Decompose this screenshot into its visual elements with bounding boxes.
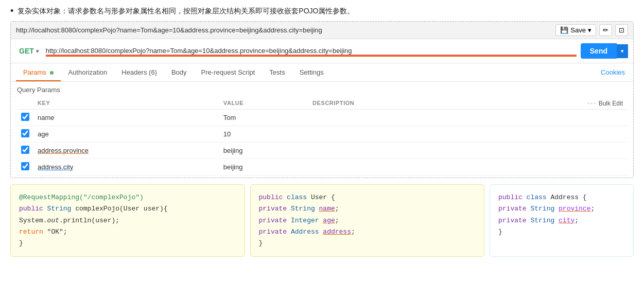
param-description xyxy=(308,143,465,159)
edit-button[interactable]: ✏ xyxy=(599,24,612,36)
tab-body[interactable]: Body xyxy=(164,63,194,81)
code-line: } xyxy=(19,238,236,249)
code-token: private xyxy=(498,205,530,213)
code-token: complexPojo(User user){ xyxy=(75,205,167,213)
param-value: Tom xyxy=(223,114,236,121)
code-token: User { xyxy=(311,194,335,201)
code-line: public String complexPojo(User user){ xyxy=(19,203,236,215)
code-token: private xyxy=(498,217,530,224)
code-line: @RequestMapping("/complexPojo") xyxy=(19,192,236,203)
params-dot xyxy=(50,71,54,75)
tab-params[interactable]: Params xyxy=(16,63,61,81)
code-token: address xyxy=(323,228,351,236)
url-input[interactable] xyxy=(46,46,577,56)
code-token: public xyxy=(259,194,287,201)
code-token: name xyxy=(319,205,335,213)
method-chevron-icon: ▾ xyxy=(36,48,39,54)
code-line: private String province; xyxy=(498,203,625,215)
cookies-link[interactable]: Cookies xyxy=(598,63,628,81)
code-token: String xyxy=(530,205,559,213)
row-checkbox[interactable] xyxy=(21,129,29,137)
col-key: KEY xyxy=(33,97,219,110)
code-token: ; xyxy=(335,217,339,224)
param-description xyxy=(308,110,465,126)
col-description: DESCRIPTION xyxy=(308,97,465,110)
code-token: private xyxy=(259,217,291,224)
code-line: private Integer age; xyxy=(259,215,476,226)
code-token: ; xyxy=(575,217,579,224)
code-token: Address { xyxy=(550,194,586,201)
code-token: ; xyxy=(335,205,339,213)
tab-authorization-label: Authorization xyxy=(68,68,107,76)
code-token: String xyxy=(530,217,559,224)
code-token: ; xyxy=(351,228,355,236)
param-description xyxy=(308,159,465,175)
request-bar: GET ▾ Send ▾ xyxy=(11,39,633,63)
code-token: "OK"; xyxy=(43,228,67,236)
code-token: return xyxy=(19,228,43,236)
save-icon: 💾 xyxy=(560,26,568,34)
tab-authorization[interactable]: Authorization xyxy=(61,63,114,81)
tab-prerequest-label: Pre-request Script xyxy=(201,68,255,76)
code-panel-user: public class User { private String name;… xyxy=(250,184,485,256)
titlebar-url: http://localhost:8080/complexPojo?name=T… xyxy=(16,26,555,34)
row-checkbox[interactable] xyxy=(21,162,29,170)
code-line: public class User { xyxy=(259,192,476,203)
code-token: private xyxy=(259,228,291,236)
param-description xyxy=(308,126,465,143)
code-token: province xyxy=(559,205,590,213)
param-key: name xyxy=(38,114,55,121)
send-button[interactable]: Send xyxy=(581,43,617,59)
copy-button[interactable]: ⊡ xyxy=(615,24,628,36)
code-token: class xyxy=(287,194,311,201)
tab-tests[interactable]: Tests xyxy=(262,63,292,81)
tab-params-label: Params xyxy=(23,68,46,76)
param-key: address.city xyxy=(38,163,73,171)
params-section: Query Params KEY VALUE DESCRIPTION ··· B… xyxy=(11,82,633,178)
bulk-edit-button[interactable]: Bulk Edit xyxy=(599,100,623,107)
tab-headers[interactable]: Headers (6) xyxy=(114,63,164,81)
code-line: private Address address; xyxy=(259,226,476,238)
tab-settings[interactable]: Settings xyxy=(292,63,331,81)
save-label: Save xyxy=(570,26,586,34)
table-row: address.citybeijing xyxy=(17,159,627,175)
code-token: private xyxy=(259,205,291,213)
code-line: } xyxy=(498,226,625,238)
tab-prerequest[interactable]: Pre-request Script xyxy=(194,63,263,81)
code-line: System.out.println(user); xyxy=(19,215,236,226)
param-value: beijing xyxy=(223,147,243,154)
param-value: 10 xyxy=(223,130,231,138)
dots-button[interactable]: ··· xyxy=(587,99,597,107)
send-dropdown-button[interactable]: ▾ xyxy=(617,44,628,58)
postman-window: http://localhost:8080/complexPojo?name=T… xyxy=(10,21,634,178)
params-table: KEY VALUE DESCRIPTION ··· Bulk Edit name… xyxy=(17,97,627,175)
save-button[interactable]: 💾 Save ▾ xyxy=(555,24,596,36)
code-line: } xyxy=(259,238,476,249)
code-token: class xyxy=(527,194,551,201)
code-line: return "OK"; xyxy=(19,226,236,238)
row-checkbox[interactable] xyxy=(21,113,29,121)
method-label: GET xyxy=(19,47,34,55)
method-select[interactable]: GET ▾ xyxy=(16,45,42,57)
table-row: nameTom xyxy=(17,110,627,126)
titlebar-actions: 💾 Save ▾ ✏ ⊡ xyxy=(555,24,628,36)
code-token: public xyxy=(19,205,47,213)
description-row: • 复杂实体对象：请求参数名与形参对象属性名相同，按照对象层次结构关系即可接收嵌… xyxy=(0,0,644,21)
code-line: private String name; xyxy=(259,203,476,215)
code-token: public xyxy=(498,194,527,201)
send-button-group: Send ▾ xyxy=(581,43,628,59)
code-token: city xyxy=(559,217,575,224)
param-key: address.province xyxy=(38,147,89,154)
tab-settings-label: Settings xyxy=(300,68,324,76)
row-checkbox[interactable] xyxy=(21,146,29,154)
description-text: 复杂实体对象：请求参数名与形参对象属性名相同，按照对象层次结构关系即可接收嵌套P… xyxy=(18,5,354,16)
tab-tests-label: Tests xyxy=(269,68,285,76)
code-token: String xyxy=(291,205,319,213)
code-token: out xyxy=(47,217,59,224)
code-token: System. xyxy=(19,217,47,224)
code-token: age xyxy=(323,217,335,224)
table-row: age10 xyxy=(17,126,627,143)
code-line: private String city; xyxy=(498,215,625,226)
tab-body-label: Body xyxy=(171,68,187,76)
code-panel-controller: @RequestMapping("/complexPojo")public St… xyxy=(10,184,245,256)
